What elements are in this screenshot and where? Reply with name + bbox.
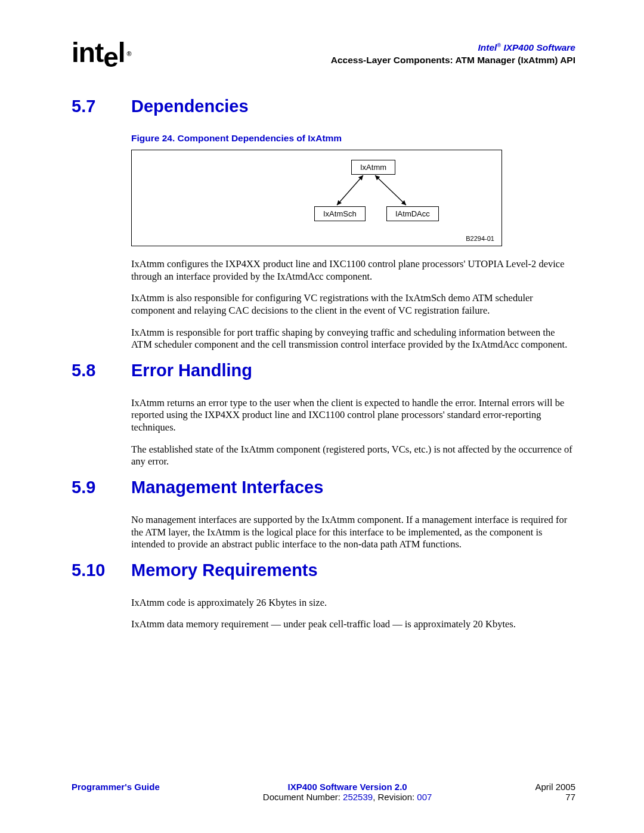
paragraph: No management interfaces are supported b… xyxy=(131,514,575,551)
intel-logo: intel ® xyxy=(72,42,131,64)
header-right: Intel® IXP400 Software Access-Layer Comp… xyxy=(331,42,575,67)
paragraph: The established state of the IxAtmm comp… xyxy=(131,444,575,468)
paragraph: IxAtmm is also responsible for configuri… xyxy=(131,292,575,317)
registered-mark-icon: ® xyxy=(127,51,131,57)
footer-docnum-value: 252539 xyxy=(343,792,373,802)
footer-left: Programmer's Guide xyxy=(72,782,160,792)
diagram-reference-code: B2294-01 xyxy=(466,235,494,242)
section-number: 5.10 xyxy=(72,561,131,580)
document-page: intel ® Intel® IXP400 Software Access-La… xyxy=(0,0,644,833)
header-product-line: Intel® IXP400 Software xyxy=(331,42,575,54)
logo-text: intel xyxy=(72,42,125,64)
paragraph: IxAtmm data memory requirement — under p… xyxy=(131,618,575,631)
svg-line-0 xyxy=(337,175,363,205)
section-number: 5.7 xyxy=(72,97,131,116)
paragraph: IxAtmm code is approximately 26 Kbytes i… xyxy=(131,597,575,609)
header-subtitle: Access-Layer Components: ATM Manager (Ix… xyxy=(331,54,575,67)
footer-docnum: Document Number: 252539, Revision: 007 xyxy=(160,792,535,802)
footer-date: April 2005 xyxy=(535,782,575,792)
paragraph: IxAtmm is responsible for port traffic s… xyxy=(131,327,575,351)
page-header: intel ® Intel® IXP400 Software Access-La… xyxy=(72,42,575,67)
diagram-node-ixatmsch: IxAtmSch xyxy=(314,206,366,221)
footer-revision-label: , Revision: xyxy=(373,792,417,802)
section-heading-5-8: 5.8 Error Handling xyxy=(72,361,575,380)
diagram-node-ixatmm: IxAtmm xyxy=(351,160,395,175)
section-heading-5-9: 5.9 Management Interfaces xyxy=(72,478,575,497)
paragraph: IxAtmm configures the IXP4XX product lin… xyxy=(131,258,575,283)
footer-version: IXP400 Software Version 2.0 xyxy=(160,782,535,792)
section-heading-5-7: 5.7 Dependencies xyxy=(72,97,575,116)
footer-docnum-label: Document Number: xyxy=(263,792,343,802)
figure-diagram: IxAtmm IxAtmSch IAtmDAcc B2294-01 xyxy=(131,150,502,246)
footer-center: IXP400 Software Version 2.0 Document Num… xyxy=(160,782,535,802)
diagram-node-iatmdacc: IAtmDAcc xyxy=(386,206,439,221)
page-footer: Programmer's Guide IXP400 Software Versi… xyxy=(72,782,575,802)
section-heading-5-10: 5.10 Memory Requirements xyxy=(72,561,575,580)
header-product: IXP400 Software xyxy=(501,42,575,52)
section-number: 5.9 xyxy=(72,478,131,497)
footer-right: April 2005 77 xyxy=(535,782,575,802)
section-title: Memory Requirements xyxy=(131,561,318,580)
footer-revision-value: 007 xyxy=(417,792,432,802)
dependency-arrows-icon xyxy=(132,150,501,246)
footer-page-number: 77 xyxy=(535,792,575,802)
figure-caption: Figure 24. Component Dependencies of IxA… xyxy=(131,133,575,144)
section-title: Dependencies xyxy=(131,97,249,116)
section-title: Error Handling xyxy=(131,361,252,380)
svg-line-1 xyxy=(375,175,406,205)
section-title: Management Interfaces xyxy=(131,478,323,497)
header-brand: Intel xyxy=(478,42,497,52)
paragraph: IxAtmm returns an error type to the user… xyxy=(131,397,575,434)
section-number: 5.8 xyxy=(72,361,131,380)
